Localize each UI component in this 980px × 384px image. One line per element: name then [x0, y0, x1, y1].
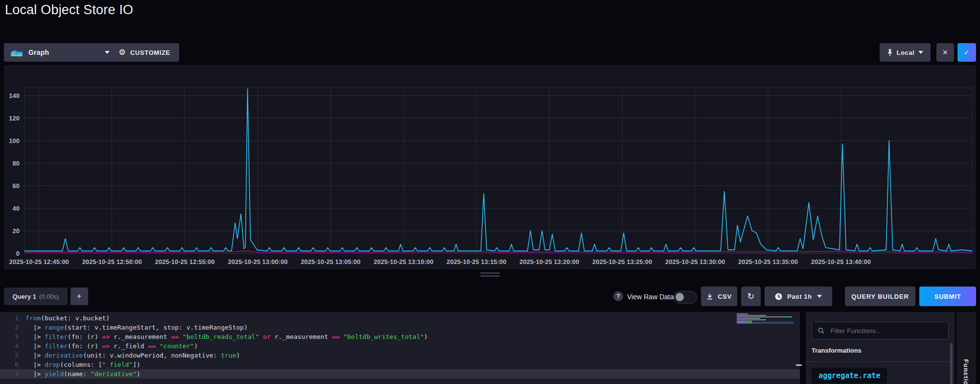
submit-button[interactable]: SUBMIT — [919, 287, 976, 306]
function-item-aggregate.rate[interactable]: aggregate.rate — [812, 368, 887, 384]
code-line-1[interactable]: 1from(bucket: v.bucket) — [0, 313, 800, 323]
code-line-2[interactable]: 2 |> range(start: v.timeRangeStart, stop… — [0, 323, 800, 332]
x-axis-tick-label: 2025-10-25 13:40:00 — [811, 258, 871, 265]
line-number: 5 — [0, 351, 25, 360]
code-line-3[interactable]: 3 |> filter(fn: (r) => r._measurement ==… — [0, 332, 800, 341]
minimap-line — [737, 322, 793, 323]
chevron-down-icon — [817, 295, 822, 298]
line-number: 2 — [0, 323, 25, 332]
functions-section-title: Transformations — [812, 347, 862, 354]
close-cell-button[interactable]: × — [936, 43, 954, 62]
flux-code-editor[interactable]: 1from(bucket: v.bucket)2 |> range(start:… — [0, 312, 800, 384]
editor-minimap[interactable] — [737, 313, 793, 324]
chevron-down-icon — [918, 51, 923, 54]
view-raw-data-label: View Raw Data — [627, 293, 674, 301]
line-number: 4 — [0, 341, 25, 351]
editor-panel-resize-handle[interactable] — [796, 364, 802, 366]
query-tab[interactable]: Query 1 (0.00s) — [4, 288, 68, 305]
code-text: |> drop(columns: ["_field"]) — [25, 360, 140, 369]
x-axis-tick-label: 2025-10-25 13:00:00 — [228, 258, 287, 265]
code-text: |> derivative(unit: v.windowPeriod, nonN… — [25, 351, 240, 360]
panel-resize-handle[interactable] — [480, 272, 500, 277]
check-icon: ✓ — [963, 48, 970, 57]
x-axis-tick-label: 2025-10-25 13:15:00 — [446, 258, 506, 265]
line-number: 1 — [0, 313, 25, 323]
filter-functions-searchbox[interactable] — [812, 322, 949, 339]
line-number: 7 — [0, 369, 25, 379]
x-axis-tick-label: 2025-10-25 13:30:00 — [665, 258, 725, 265]
x-axis-tick-label: 2025-10-25 12:55:00 — [155, 258, 215, 265]
y-axis-tick-label: 80 — [13, 160, 20, 167]
code-line-7[interactable]: 7 |> yield(name: "derivative") — [0, 369, 800, 379]
time-range-dropdown[interactable]: Past 1h — [765, 287, 832, 306]
download-icon — [706, 293, 713, 300]
filter-functions-input[interactable] — [829, 327, 942, 335]
gear-icon: ⚙ — [118, 48, 126, 56]
code-line-5[interactable]: 5 |> derivative(unit: v.windowPeriod, no… — [0, 351, 800, 360]
local-dropdown[interactable]: Local — [880, 43, 931, 62]
refresh-button[interactable]: ↻ — [741, 287, 761, 306]
minimap-line — [737, 321, 793, 322]
view-raw-data-toggle[interactable] — [674, 291, 697, 304]
side-tab-strip: Functions — [957, 312, 976, 384]
y-axis-tick-label: 20 — [13, 227, 20, 235]
csv-download-button[interactable]: CSV — [701, 287, 737, 306]
pin-icon — [887, 49, 893, 56]
csv-label: CSV — [718, 293, 732, 300]
customize-button[interactable]: ⚙ CUSTOMIZE — [110, 43, 179, 62]
query-builder-button[interactable]: QUERY BUILDER — [845, 287, 915, 306]
y-axis-tick-label: 100 — [9, 137, 20, 144]
graph-panel[interactable]: 0204060801001201402025-10-25 12:45:00202… — [4, 65, 976, 269]
line-number: 6 — [0, 360, 25, 369]
line-number: 3 — [0, 332, 25, 341]
help-icon[interactable]: ? — [613, 291, 623, 301]
code-text: |> yield(name: "derivative") — [25, 369, 140, 379]
query-builder-label: QUERY BUILDER — [851, 293, 909, 300]
time-range-label: Past 1h — [787, 293, 812, 300]
close-icon: × — [942, 48, 948, 58]
page-title: Local Object Store IO — [5, 2, 133, 18]
toggle-knob — [676, 293, 684, 301]
query-tab-name: Query 1 — [13, 293, 36, 300]
area-graph-icon — [11, 48, 23, 56]
scrollbar-thumb[interactable] — [950, 343, 953, 384]
clock-icon — [775, 293, 782, 300]
add-query-button[interactable]: + — [70, 288, 88, 305]
chevron-down-icon — [105, 51, 110, 54]
time-series-chart[interactable]: 0204060801001201402025-10-25 12:45:00202… — [4, 65, 976, 269]
refresh-icon: ↻ — [747, 291, 755, 302]
local-label: Local — [897, 49, 915, 56]
series-boltdb-reads-total-counter-derivative — [24, 89, 972, 251]
y-axis-tick-label: 120 — [9, 115, 20, 122]
x-axis-tick-label: 2025-10-25 13:25:00 — [592, 258, 652, 265]
code-text: |> filter(fn: (r) => r._measurement == "… — [25, 332, 428, 341]
query-tab-duration: (0.00s) — [39, 293, 59, 300]
customize-label: CUSTOMIZE — [130, 49, 170, 56]
minimap-line — [737, 319, 793, 320]
minimap-line — [737, 318, 793, 319]
x-axis-tick-label: 2025-10-25 13:05:00 — [301, 258, 360, 265]
side-tab-functions[interactable]: Functions — [962, 359, 970, 384]
x-axis-tick-label: 2025-10-25 13:10:00 — [373, 258, 433, 265]
confirm-button[interactable]: ✓ — [957, 43, 976, 62]
x-axis-tick-label: 2025-10-25 12:50:00 — [82, 258, 142, 265]
submit-label: SUBMIT — [934, 293, 961, 300]
x-axis-tick-label: 2025-10-25 13:35:00 — [738, 258, 798, 265]
minimap-line — [737, 313, 793, 314]
y-axis-tick-label: 0 — [16, 250, 20, 257]
functions-list: aggregate.rate — [812, 368, 887, 384]
visualization-type-label: Graph — [28, 48, 99, 56]
visualization-type-dropdown[interactable]: Graph — [4, 43, 117, 62]
y-axis-tick-label: 140 — [9, 92, 20, 99]
code-line-4[interactable]: 4 |> filter(fn: (r) => r._field == "coun… — [0, 341, 800, 351]
series-boltdb-writes-total-counter-derivative — [24, 251, 972, 252]
x-axis-tick-label: 2025-10-25 12:45:00 — [9, 258, 69, 265]
minimap-line — [737, 315, 793, 316]
minimap-line — [737, 316, 793, 317]
code-line-6[interactable]: 6 |> drop(columns: ["_field"]) — [0, 360, 800, 369]
code-text: |> range(start: v.timeRangeStart, stop: … — [25, 323, 248, 332]
divider — [806, 361, 955, 362]
plus-icon: + — [77, 292, 82, 301]
y-axis-tick-label: 60 — [13, 182, 20, 190]
x-axis-tick-label: 2025-10-25 13:20:00 — [519, 258, 579, 265]
